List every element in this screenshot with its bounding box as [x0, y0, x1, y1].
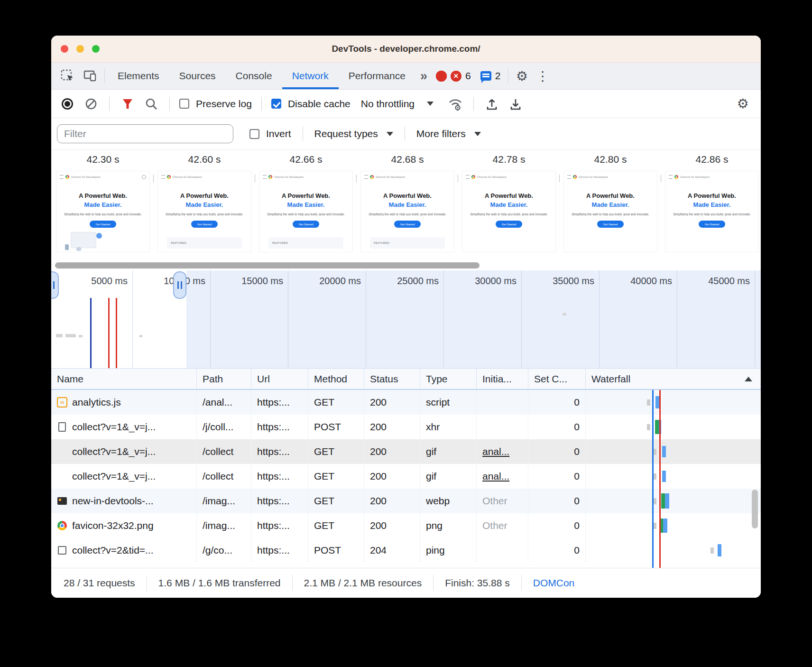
- column-header-url[interactable]: Url: [251, 369, 308, 389]
- customize-devtools-button[interactable]: ⋮: [532, 63, 553, 89]
- filmstrip-frame[interactable]: 42.60 s Chrome for Developers A Powerful…: [154, 150, 255, 261]
- invert-checkbox[interactable]: [249, 129, 259, 139]
- filmstrip: 42.30 s Chrome for Developers A Powerful…: [51, 150, 761, 261]
- request-type: png: [420, 513, 477, 538]
- throttling-value: No throttling: [361, 98, 415, 110]
- thumb-tagline: Simplifying the web to help you build, g…: [56, 213, 149, 216]
- settings-button[interactable]: ⚙: [511, 63, 532, 89]
- disable-cache-checkbox[interactable]: [271, 99, 281, 109]
- toggle-device-toolbar-button[interactable]: [79, 63, 102, 89]
- error-count: 6: [465, 70, 471, 82]
- initiator-link[interactable]: anal...: [482, 446, 509, 457]
- request-type: xhr: [420, 415, 477, 439]
- preserve-log-checkbox[interactable]: [179, 99, 189, 109]
- request-type: gif: [420, 439, 477, 464]
- filmstrip-timestamp: 42.78 s: [458, 150, 560, 169]
- icon-placeholder: [57, 446, 67, 457]
- hamburger-icon: [567, 175, 571, 179]
- filter-input[interactable]: [57, 124, 233, 143]
- timeline-left-handle[interactable]: [51, 271, 59, 299]
- preserve-log-toggle[interactable]: Preserve log: [179, 98, 252, 110]
- initiator-link[interactable]: anal...: [482, 471, 509, 482]
- request-url: https:...: [251, 538, 308, 563]
- tab-network[interactable]: Network: [282, 63, 339, 89]
- download-icon: [509, 97, 522, 111]
- thumb-tagline: Simplifying the web to help you build, g…: [259, 213, 352, 216]
- minimize-window-button[interactable]: [76, 45, 84, 53]
- errors-badge[interactable]: ✕ 6: [431, 63, 476, 89]
- timeline-tick: 45000 ms: [708, 276, 750, 287]
- column-header-set-cookies[interactable]: Set C...: [528, 369, 586, 389]
- filter-toggle-button[interactable]: [119, 95, 136, 112]
- table-row[interactable]: collect?v=1&_v=j... /j/coll... https:...…: [51, 415, 761, 439]
- scrollbar-thumb[interactable]: [55, 262, 480, 269]
- column-header-type[interactable]: Type: [420, 369, 477, 389]
- timeline-overview[interactable]: 5000 ms 10000 ms 15000 ms 20000 ms 25000…: [51, 270, 761, 369]
- network-settings-button[interactable]: ⚙: [732, 96, 753, 111]
- filmstrip-frame[interactable]: 42.30 s Chrome for Developers A Powerful…: [52, 150, 154, 261]
- table-scrollbar-thumb[interactable]: [752, 490, 758, 528]
- preserve-log-label: Preserve log: [196, 98, 252, 110]
- filmstrip-frame[interactable]: 42.86 s Chrome for Developers A Powerful…: [661, 150, 761, 261]
- thumb-cta-button: Get Started: [90, 221, 116, 228]
- thumb-brand: Chrome for Developers: [579, 176, 608, 178]
- filmstrip-frame[interactable]: 42.78 s Chrome for Developers A Powerful…: [458, 150, 560, 261]
- column-header-initiator[interactable]: Initia...: [477, 369, 528, 389]
- tab-sources[interactable]: Sources: [169, 63, 226, 89]
- divider: [147, 575, 147, 591]
- request-types-dropdown[interactable]: Request types: [314, 128, 393, 139]
- thumb-subheadline: Made Easier.: [665, 201, 758, 208]
- divider: [473, 97, 474, 111]
- hamburger-icon: [466, 175, 470, 179]
- column-header-waterfall[interactable]: Waterfall: [586, 369, 761, 389]
- column-header-status[interactable]: Status: [364, 369, 420, 389]
- thumb-subheadline: Made Easier.: [56, 201, 149, 208]
- dom-content-loaded-summary[interactable]: DOMCon: [533, 577, 575, 589]
- thumb-cta-button: Get Started: [496, 221, 522, 228]
- more-filters-dropdown[interactable]: More filters: [416, 128, 481, 139]
- thumb-brand: Chrome for Developers: [71, 176, 101, 178]
- finish-time: Finish: 35.88 s: [445, 577, 510, 589]
- resources-summary: 2.1 MB / 2.1 MB resources: [304, 577, 422, 589]
- throttling-select[interactable]: No throttling: [361, 98, 434, 110]
- gear-icon: ⚙: [516, 68, 528, 84]
- request-waterfall: [586, 464, 761, 489]
- transferred-summary: 1.6 MB / 1.6 MB transferred: [158, 577, 281, 589]
- tab-console[interactable]: Console: [226, 63, 282, 89]
- thumb-headline: A Powerful Web.: [361, 192, 454, 199]
- invert-toggle[interactable]: Invert: [249, 128, 291, 139]
- request-url: https:...: [251, 513, 308, 538]
- request-url: https:...: [251, 489, 308, 513]
- clear-network-log-button[interactable]: [83, 95, 100, 112]
- column-header-path[interactable]: Path: [197, 369, 251, 389]
- tab-performance[interactable]: Performance: [339, 63, 415, 89]
- column-header-name[interactable]: Name: [51, 369, 197, 389]
- divider: [433, 575, 434, 591]
- export-har-button[interactable]: [507, 95, 524, 112]
- search-network-button[interactable]: [143, 95, 160, 112]
- zoom-window-button[interactable]: [92, 45, 100, 53]
- disable-cache-toggle[interactable]: Disable cache: [271, 98, 351, 110]
- ping-request-icon: [57, 545, 67, 556]
- record-network-log-button[interactable]: [62, 98, 73, 110]
- tab-elements[interactable]: Elements: [108, 63, 169, 89]
- issues-badge[interactable]: 2: [476, 63, 506, 89]
- import-har-button[interactable]: [483, 95, 500, 112]
- more-filters-label: More filters: [416, 128, 466, 139]
- table-row[interactable]: ‹›analytics.js /anal... https:... GET 20…: [51, 390, 761, 415]
- chrome-favicon-icon: [57, 520, 67, 531]
- request-initiator: [477, 538, 528, 563]
- network-conditions-button[interactable]: [447, 95, 464, 112]
- filmstrip-scrollbar[interactable]: [51, 261, 761, 270]
- chrome-logo-icon: [573, 175, 577, 179]
- filmstrip-frame[interactable]: 42.80 s Chrome for Developers A Powerful…: [560, 150, 661, 261]
- close-window-button[interactable]: [61, 45, 68, 53]
- table-row[interactable]: collect?v=2&tid=... /g/co... https:... P…: [51, 538, 761, 563]
- inspect-element-button[interactable]: [56, 63, 79, 89]
- timeline-right-handle[interactable]: [173, 271, 186, 299]
- filmstrip-frame[interactable]: 42.66 s Chrome for Developers A Powerful…: [255, 150, 357, 261]
- more-tabs-button[interactable]: »: [415, 63, 431, 89]
- request-types-label: Request types: [314, 128, 378, 139]
- filmstrip-frame[interactable]: 42.68 s Chrome for Developers A Powerful…: [357, 150, 458, 261]
- column-header-method[interactable]: Method: [308, 369, 364, 389]
